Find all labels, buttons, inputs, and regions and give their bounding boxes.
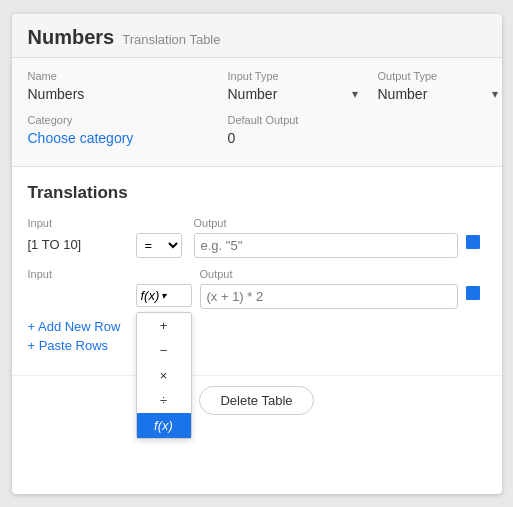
fx-selected-value: f(x) [141, 288, 160, 303]
page-header: Numbers Translation Table [12, 14, 502, 58]
default-output-value: 0 [228, 130, 358, 146]
translation-row1-operator-col: = + [136, 217, 186, 258]
translation-row1-operator-select[interactable]: = + [136, 233, 182, 258]
form-section: Name Numbers Input Type Number ▾ Output … [12, 58, 502, 167]
translation-row2-input-col: Input [28, 268, 128, 303]
fx-option-multiply[interactable]: × [137, 363, 191, 388]
fx-chevron-icon: ▾ [161, 290, 166, 301]
default-output-field: Default Output 0 [228, 114, 358, 146]
footer: Delete Table [12, 375, 502, 429]
translation-row2-input-label: Input [28, 268, 128, 280]
add-links: + Add New Row + Paste Rows [28, 319, 486, 353]
fx-option-fx[interactable]: f(x) [137, 413, 191, 438]
translation-row1-input-label: Input [28, 217, 128, 229]
input-type-select-wrapper[interactable]: Number ▾ [228, 86, 358, 102]
translation-row2-input-value [28, 284, 128, 303]
fx-select-display[interactable]: f(x) ▾ [136, 284, 192, 307]
translation-row2-operator-col: f(x) ▾ + − × ÷ f(x) [136, 268, 192, 307]
translation-row2-output-label: Output [200, 268, 458, 280]
input-type-select[interactable]: Number [228, 86, 296, 102]
translation-row-2: Input f(x) ▾ + − × [28, 268, 486, 309]
name-field: Name Numbers [28, 70, 208, 102]
translation-row1-output-input[interactable] [194, 233, 458, 258]
fx-select-wrapper[interactable]: f(x) ▾ + − × ÷ f(x) [136, 284, 192, 307]
input-type-chevron-icon: ▾ [352, 87, 358, 101]
input-type-label: Input Type [228, 70, 358, 82]
category-label: Category [28, 114, 208, 126]
default-output-label: Default Output [228, 114, 358, 126]
translation-row1-output-col: Output [194, 217, 458, 258]
category-field: Category Choose category [28, 114, 208, 146]
page-title: Numbers [28, 26, 115, 49]
translation-row1-output-label: Output [194, 217, 458, 229]
delete-table-button[interactable]: Delete Table [199, 386, 313, 415]
translation-row1-input-col: Input [1 TO 10] [28, 217, 128, 252]
output-type-field: Output Type Number ▾ [378, 70, 498, 102]
page-subtitle: Translation Table [122, 32, 220, 47]
input-type-field: Input Type Number ▾ [228, 70, 358, 102]
translation-row2-output-input[interactable] [200, 284, 458, 309]
translation-row1-input-value: [1 TO 10] [28, 233, 128, 252]
translation-row1-delete-button[interactable] [466, 235, 480, 249]
form-row-2: Category Choose category Default Output … [28, 114, 486, 146]
translation-row-1: Input [1 TO 10] = + Output [28, 217, 486, 258]
translation-row2-delete-col [466, 268, 486, 300]
category-value[interactable]: Choose category [28, 130, 208, 146]
translations-title: Translations [28, 183, 486, 203]
output-type-select[interactable]: Number [378, 86, 446, 102]
name-label: Name [28, 70, 208, 82]
translation-row2-delete-button[interactable] [466, 286, 480, 300]
translation-row2-operator-spacer [136, 268, 192, 280]
form-row-1: Name Numbers Input Type Number ▾ Output … [28, 70, 486, 102]
output-type-label: Output Type [378, 70, 498, 82]
translation-row2-output-col: Output [200, 268, 458, 309]
fx-option-minus[interactable]: − [137, 338, 191, 363]
add-new-row-link[interactable]: + Add New Row [28, 319, 486, 334]
output-type-chevron-icon: ▾ [492, 87, 498, 101]
fx-option-plus[interactable]: + [137, 313, 191, 338]
translations-section: Translations Input [1 TO 10] = + Output [12, 167, 502, 375]
output-type-select-wrapper[interactable]: Number ▾ [378, 86, 498, 102]
main-container: Numbers Translation Table Name Numbers I… [12, 14, 502, 494]
fx-option-divide[interactable]: ÷ [137, 388, 191, 413]
paste-rows-link[interactable]: + Paste Rows [28, 338, 486, 353]
translation-row1-delete-col [466, 217, 486, 249]
translation-row1-operator-spacer [136, 217, 186, 229]
name-value: Numbers [28, 86, 208, 102]
fx-dropdown-menu: + − × ÷ f(x) [136, 312, 192, 439]
